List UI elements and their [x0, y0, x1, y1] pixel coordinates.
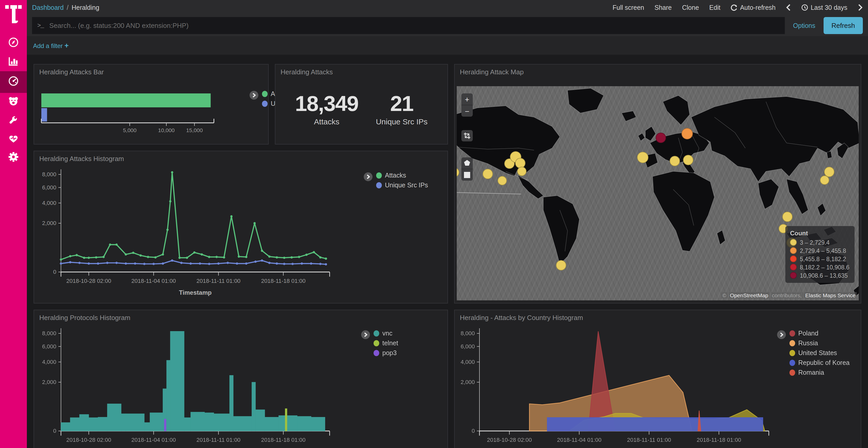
legend-item[interactable]: Unique Src IPs: [376, 182, 428, 189]
zoom-in-button[interactable]: +: [461, 94, 473, 105]
add-filter-button[interactable]: Add a filter +: [33, 41, 69, 49]
svg-text:0: 0: [472, 427, 475, 434]
legend-color-dot: [789, 370, 795, 376]
legend-expand-button[interactable]: [250, 91, 258, 100]
legend-item[interactable]: Poland: [789, 330, 850, 337]
sidebar-item-dashboard[interactable]: [0, 71, 27, 93]
svg-text:2018-11-04 01:00: 2018-11-04 01:00: [131, 278, 176, 284]
svg-text:0: 0: [53, 427, 56, 434]
legend-color-dot: [262, 91, 268, 97]
legend-color-dot: [790, 264, 797, 271]
attack-location-dot[interactable]: [556, 260, 566, 271]
legend-expand-button[interactable]: [364, 172, 373, 181]
legend-label: vnc: [382, 330, 393, 337]
sidebar-item-dev-tools[interactable]: [0, 111, 27, 130]
filter-controls: [461, 130, 473, 141]
rectangle-draw-button[interactable]: [461, 169, 473, 181]
svg-text:2018-10-28 02:00: 2018-10-28 02:00: [66, 278, 111, 284]
sidebar-item-management[interactable]: [0, 149, 27, 167]
svg-text:4,000: 4,000: [461, 359, 475, 365]
refresh-button[interactable]: Refresh: [824, 17, 863, 34]
polygon-draw-button[interactable]: [461, 158, 473, 169]
attack-location-dot[interactable]: [782, 212, 793, 222]
attack-location-dot[interactable]: [656, 133, 666, 143]
attack-location-dot[interactable]: [820, 175, 829, 185]
legend-item[interactable]: vnc: [374, 330, 398, 337]
auto-refresh-button[interactable]: Auto-refresh: [731, 4, 776, 11]
legend-label: United States: [798, 349, 837, 357]
sidebar-item-monitoring[interactable]: [0, 130, 27, 149]
attack-location-dot[interactable]: [670, 156, 680, 166]
legend-expand-button[interactable]: [361, 330, 370, 339]
svg-text:2018-11-18 01:00: 2018-11-18 01:00: [697, 437, 741, 443]
metric-values: 18,349Attacks21Unique Src IPs: [295, 91, 447, 126]
attacks-line-chart: 02,0004,0006,0008,0002018-10-28 02:00201…: [35, 165, 366, 302]
openstreetmap-link[interactable]: OpenStreetMap: [729, 292, 769, 298]
elastic-maps-service-link[interactable]: Elastic Maps Service: [804, 292, 857, 298]
metric-label: Attacks: [295, 117, 358, 126]
svg-text:Timestamp: Timestamp: [179, 289, 212, 296]
legend-color-dot: [374, 330, 379, 337]
time-picker-button[interactable]: Last 30 days: [801, 4, 847, 11]
attack-location-dot[interactable]: [483, 169, 493, 179]
legend-item[interactable]: United States: [789, 349, 850, 357]
legend-item[interactable]: Republic of Korea: [789, 359, 850, 367]
breadcrumb-current: Heralding: [71, 4, 99, 11]
attack-location-dot[interactable]: [637, 152, 648, 163]
filter-bar: Add a filter +: [27, 36, 868, 55]
query-bar: >_ Options Refresh: [27, 15, 868, 36]
attack-location-dot[interactable]: [681, 128, 693, 139]
metric-label: Unique Src IPs: [376, 117, 428, 126]
edit-button[interactable]: Edit: [709, 4, 720, 11]
attack-location-dot[interactable]: [498, 176, 507, 185]
share-button[interactable]: Share: [655, 4, 672, 11]
svg-text:8,000: 8,000: [461, 330, 475, 337]
time-forward-button[interactable]: [858, 4, 863, 11]
metric: 18,349Attacks: [295, 91, 358, 126]
bounding-box-filter-button[interactable]: [461, 130, 473, 141]
sidebar-item-timelion[interactable]: [0, 93, 27, 111]
protocols-histogram-chart: 02,0004,0006,0008,0002018-10-28 02:00201…: [35, 323, 366, 448]
legend-color-dot: [376, 172, 382, 179]
sidebar: [0, 0, 27, 448]
heartbeat-icon: [8, 133, 19, 146]
legend-item[interactable]: telnet: [374, 340, 398, 347]
world-map[interactable]: + − Count 3 – 2,729.42,729.4 – 5,455.85,…: [457, 86, 859, 300]
time-back-button[interactable]: [786, 4, 791, 11]
metric: 21Unique Src IPs: [376, 91, 428, 126]
sidebar-item-visualize[interactable]: [0, 53, 27, 71]
search-input[interactable]: [48, 21, 780, 30]
attack-location-dot[interactable]: [517, 167, 526, 176]
clone-button[interactable]: Clone: [682, 4, 699, 11]
breadcrumb-separator: /: [67, 4, 68, 11]
zoom-out-button[interactable]: −: [461, 105, 473, 117]
legend-item[interactable]: Russia: [789, 340, 850, 347]
bar-chart-icon: [8, 55, 19, 69]
panel-attack-map: Heralding Attack Map: [454, 64, 861, 304]
breadcrumb-dashboard[interactable]: Dashboard: [32, 4, 64, 11]
legend-item[interactable]: Romania: [789, 369, 850, 376]
legend-item[interactable]: pop3: [374, 349, 398, 357]
legend-color-dot: [789, 330, 795, 337]
sidebar-item-discover[interactable]: [0, 34, 27, 53]
svg-text:8,000: 8,000: [42, 171, 56, 177]
panel-country-histogram: Heralding - Attacks by Country Histogram…: [454, 310, 861, 448]
legend-range-label: 10,908.6 – 13,635: [800, 272, 847, 278]
legend-item[interactable]: Attacks: [376, 172, 428, 179]
legend-color-dot: [790, 255, 797, 262]
panel-attacks-histogram: Heralding Attacks Histogram 02,0004,0006…: [34, 151, 448, 304]
legend-color-dot: [789, 340, 795, 346]
legend-expand-button[interactable]: [777, 330, 786, 339]
legend-label: Attacks: [385, 172, 406, 179]
full-screen-button[interactable]: Full screen: [613, 4, 644, 11]
top-navbar: Dashboard / Heralding Full screen Share …: [27, 0, 868, 15]
options-link[interactable]: Options: [793, 22, 815, 29]
svg-text:2018-11-11 01:00: 2018-11-11 01:00: [627, 437, 671, 443]
search-input-wrapper: >_: [32, 17, 785, 34]
svg-text:8,000: 8,000: [42, 330, 56, 337]
svg-text:10,000: 10,000: [158, 127, 175, 133]
svg-text:6,000: 6,000: [461, 343, 475, 350]
gear-icon: [8, 151, 19, 165]
attack-location-dot[interactable]: [683, 155, 693, 165]
query-prompt-icon: >_: [37, 22, 44, 29]
